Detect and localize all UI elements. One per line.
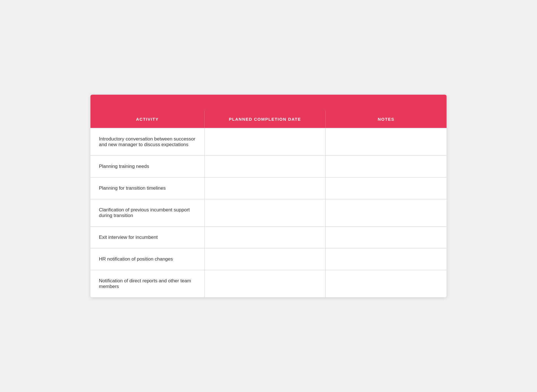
cell-notes — [326, 248, 447, 270]
cell-activity: Notification of direct reports and other… — [90, 270, 204, 298]
cell-notes — [326, 199, 447, 227]
table-row: Notification of direct reports and other… — [90, 270, 447, 298]
cell-activity: Exit interview for incumbent — [90, 227, 204, 248]
cell-activity: Planning for transition timelines — [90, 177, 204, 199]
cell-planned-date — [204, 270, 325, 298]
card-title — [90, 95, 447, 111]
column-header-activity: ACTIVITY — [90, 111, 204, 128]
cell-planned-date — [204, 156, 325, 177]
cell-notes — [326, 128, 447, 156]
table-row: Clarification of previous incumbent supp… — [90, 199, 447, 227]
cell-planned-date — [204, 227, 325, 248]
cell-notes — [326, 270, 447, 298]
table-header-row: ACTIVITY PLANNED COMPLETION DATE NOTES — [90, 111, 447, 128]
table-row: HR notification of position changes — [90, 248, 447, 270]
cell-activity: Planning training needs — [90, 156, 204, 177]
table-row: Introductory conversation between succes… — [90, 128, 447, 156]
column-header-notes: NOTES — [326, 111, 447, 128]
cell-notes — [326, 156, 447, 177]
cell-activity: Introductory conversation between succes… — [90, 128, 204, 156]
table-row: Exit interview for incumbent — [90, 227, 447, 248]
checklist-card: ACTIVITY PLANNED COMPLETION DATE NOTES I… — [90, 95, 447, 297]
cell-planned-date — [204, 177, 325, 199]
table-row: Planning for transition timelines — [90, 177, 447, 199]
cell-activity: HR notification of position changes — [90, 248, 204, 270]
cell-planned-date — [204, 128, 325, 156]
cell-activity: Clarification of previous incumbent supp… — [90, 199, 204, 227]
checklist-table: ACTIVITY PLANNED COMPLETION DATE NOTES I… — [90, 111, 447, 297]
cell-planned-date — [204, 248, 325, 270]
column-header-planned-completion-date: PLANNED COMPLETION DATE — [204, 111, 325, 128]
cell-planned-date — [204, 199, 325, 227]
cell-notes — [326, 227, 447, 248]
cell-notes — [326, 177, 447, 199]
table-body: Introductory conversation between succes… — [90, 128, 447, 297]
table-row: Planning training needs — [90, 156, 447, 177]
